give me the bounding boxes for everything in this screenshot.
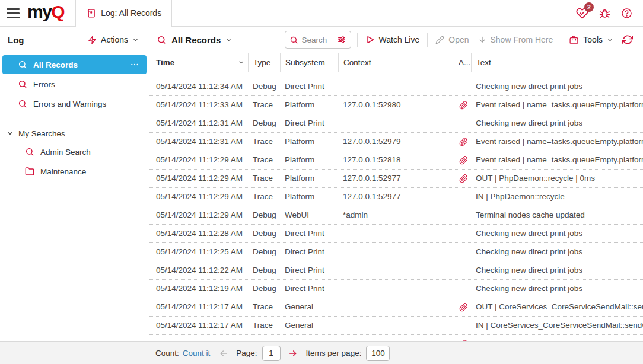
cell-context: 127.0.0.1:52977: [338, 170, 456, 187]
cell-context: 127.0.0.1:52980: [338, 96, 456, 114]
chevron-down-icon: [607, 37, 613, 43]
cell-time: 05/14/2024 11:12:29 AM: [149, 188, 248, 206]
table-row[interactable]: 05/14/2024 11:12:34 AM Debug Direct Prin…: [149, 78, 643, 96]
help-button[interactable]: [621, 8, 632, 19]
arrow-down-icon: [478, 36, 486, 44]
column-header-type[interactable]: Type: [248, 53, 280, 72]
cell-subsystem: Platform: [280, 151, 338, 169]
count-it-link[interactable]: Count it: [183, 349, 211, 357]
table-row[interactable]: 05/14/2024 11:12:17 AM Trace General OUT…: [149, 298, 643, 317]
table-row[interactable]: 05/14/2024 11:12:19 AM Debug Direct Prin…: [149, 280, 643, 298]
sidebar-section-my-searches[interactable]: My Searches: [0, 125, 149, 142]
main-area: All Records Errors Errors and Warnings: [0, 53, 643, 341]
cell-context: [338, 280, 456, 298]
table-row[interactable]: 05/14/2024 11:12:29 AM Trace Platform 12…: [149, 151, 643, 170]
cell-context: *admin: [338, 206, 456, 224]
table-row[interactable]: 05/14/2024 11:12:28 AM Debug Direct Prin…: [149, 225, 643, 243]
column-header-subsystem[interactable]: Subsystem: [280, 53, 338, 72]
cell-time: 05/14/2024 11:12:25 AM: [149, 243, 248, 261]
table-row[interactable]: 05/14/2024 11:12:33 AM Trace Platform 12…: [149, 96, 643, 114]
cell-time: 05/14/2024 11:12:17 AM: [149, 335, 248, 341]
table-row[interactable]: 05/14/2024 11:12:29 AM Trace Platform 12…: [149, 188, 643, 206]
attachment-icon: [459, 156, 468, 165]
show-from-here-button[interactable]: Show From Here: [476, 35, 555, 44]
next-page-button[interactable]: [288, 349, 298, 358]
brand-area: myQ: [0, 0, 75, 26]
attachment-icon: [459, 174, 468, 183]
prev-page-button[interactable]: [219, 349, 228, 358]
cell-context: 127.0.0.1:52979: [338, 133, 456, 151]
view-selector-label: All Records: [171, 35, 221, 45]
filter-icon: [337, 35, 346, 44]
watch-live-label: Watch Live: [379, 35, 420, 44]
cell-subsystem: General: [280, 317, 338, 334]
table-row[interactable]: 05/14/2024 11:12:29 AM Debug WebUI *admi…: [149, 206, 643, 225]
table-row[interactable]: 05/14/2024 11:12:31 AM Debug Direct Prin…: [149, 114, 643, 133]
sidebar-item-errors-and-warnings[interactable]: Errors and Warnings: [2, 94, 147, 113]
cell-text: Checking new direct print jobs: [471, 114, 643, 132]
attachment-icon: [459, 138, 468, 146]
cell-type: Trace: [248, 188, 280, 206]
table-row[interactable]: 05/14/2024 11:12:25 AM Debug Direct Prin…: [149, 243, 643, 261]
cell-attachment: [456, 170, 471, 187]
sidebar-item-admin-search[interactable]: Admin Search: [2, 142, 147, 161]
column-label: Text: [476, 58, 491, 67]
bug-report-button[interactable]: [599, 7, 611, 20]
cell-time: 05/14/2024 11:12:31 AM: [149, 133, 248, 151]
cell-context: [338, 114, 456, 132]
count-label: Count:: [155, 349, 179, 357]
logo-text-q: Q: [51, 2, 64, 21]
cell-attachment: [456, 188, 471, 206]
more-options-button[interactable]: [130, 60, 139, 69]
cell-text: Event raised | name=tasks.queueEmpty.pla…: [471, 133, 643, 151]
sidebar-item-maintenance[interactable]: Maintenance: [2, 162, 147, 181]
cell-text: Event raised | name=tasks.queueEmpty.pla…: [471, 151, 643, 169]
refresh-button[interactable]: [620, 34, 635, 45]
open-button[interactable]: Open: [434, 35, 470, 44]
attachment-icon: [459, 303, 468, 312]
column-label: Subsystem: [285, 58, 325, 67]
actions-button[interactable]: Actions: [86, 35, 141, 44]
cell-subsystem: General: [280, 335, 338, 341]
tools-button[interactable]: Tools: [567, 35, 615, 45]
help-icon: [621, 8, 632, 19]
sidebar-item-all-records[interactable]: All Records: [2, 55, 147, 74]
cell-type: Trace: [248, 151, 280, 169]
search-filter-button[interactable]: [337, 35, 346, 44]
sidebar-item-errors[interactable]: Errors: [2, 75, 147, 94]
tab-label: Log: All Records: [101, 8, 161, 18]
arrow-right-icon: [288, 349, 298, 358]
tab-log-all-records[interactable]: Log: All Records: [75, 0, 172, 26]
cell-type: Debug: [248, 206, 280, 224]
watch-live-button[interactable]: Watch Live: [364, 35, 422, 44]
notification-badge: 2: [584, 2, 594, 12]
view-selector[interactable]: All Records: [157, 35, 232, 45]
table-row[interactable]: 05/14/2024 11:12:29 AM Trace Platform 12…: [149, 170, 643, 188]
column-header-context[interactable]: Context: [338, 53, 456, 72]
items-per-page-input[interactable]: [366, 346, 390, 361]
search-input[interactable]: [302, 36, 333, 44]
actions-label: Actions: [101, 35, 128, 44]
column-header-attachment[interactable]: A...: [456, 53, 471, 72]
table-row[interactable]: 05/14/2024 11:12:22 AM Debug Direct Prin…: [149, 261, 643, 280]
menu-icon[interactable]: [7, 8, 20, 18]
ellipsis-icon: [130, 60, 139, 69]
column-header-time[interactable]: Time: [149, 53, 248, 72]
table-row[interactable]: 05/14/2024 11:12:31 AM Trace Platform 12…: [149, 133, 643, 151]
cell-subsystem: WebUI: [280, 206, 338, 224]
cell-subsystem: General: [280, 298, 338, 316]
cell-attachment: [456, 151, 471, 169]
table-row[interactable]: 05/14/2024 11:12:17 AM Trace General OUT…: [149, 335, 643, 341]
column-header-text[interactable]: Text: [471, 53, 643, 72]
search-icon: [18, 60, 27, 69]
column-label: Type: [253, 58, 270, 67]
lightning-icon: [88, 36, 97, 44]
cell-context: [338, 261, 456, 279]
table-row[interactable]: 05/14/2024 11:12:17 AM Trace General IN …: [149, 317, 643, 335]
sidebar-item-label: Errors and Warnings: [33, 100, 106, 108]
cell-attachment: [456, 261, 471, 279]
search-icon: [289, 36, 298, 44]
health-status-button[interactable]: 2: [576, 7, 588, 20]
page-input[interactable]: [262, 346, 281, 361]
cell-time: 05/14/2024 11:12:29 AM: [149, 206, 248, 224]
